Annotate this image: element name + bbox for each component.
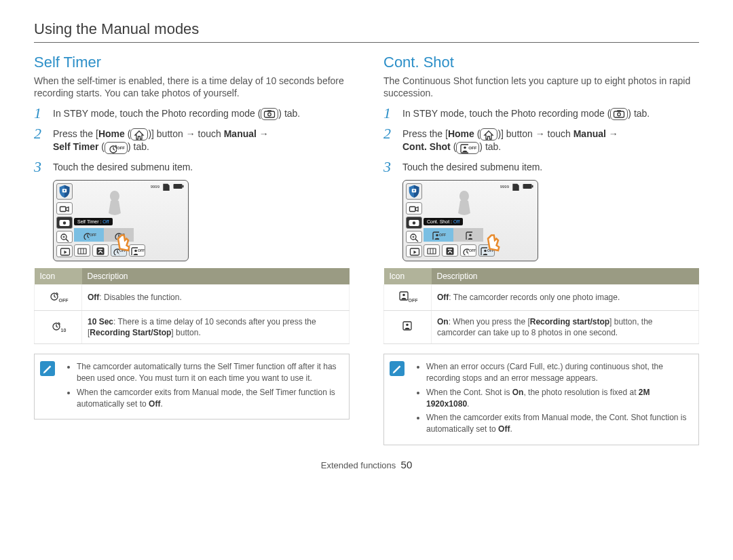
camera-mode-icon	[406, 217, 422, 229]
mode-badge-icon	[56, 183, 73, 200]
table-header-desc: Description	[82, 268, 350, 284]
status-bar: 9999	[151, 183, 184, 191]
divider	[34, 42, 699, 43]
step-number-3: 3	[34, 160, 46, 174]
bottom-toolbar: OFF OFF	[74, 244, 145, 257]
page-title: Using the Manual modes	[34, 20, 699, 38]
cont-shot-off-icon: OFF	[456, 142, 479, 154]
note-item: The camcorder automatically turns the Se…	[77, 361, 341, 384]
zoom-icon	[406, 231, 422, 243]
table-self-timer: Icon Description OFF Off: Disables the f…	[34, 268, 350, 345]
option-on	[453, 228, 483, 242]
step-2-text: Press the [Home ()] button → touch Manua…	[53, 126, 269, 154]
intro-cont-shot: The Continuous Shot function lets you ca…	[383, 75, 699, 99]
table-header-desc: Description	[432, 268, 699, 284]
timer-tab-icon: OFF	[460, 244, 476, 257]
option-off: OFF	[74, 228, 104, 242]
step-1-text: In STBY mode, touch the Photo recording …	[53, 106, 300, 120]
videocam-icon	[56, 202, 73, 214]
step-2-text: Press the [Home ()] button → touch Manua…	[402, 126, 618, 154]
note-item: When the camcorder exits from Manual mod…	[426, 412, 690, 435]
desc-cell-off: Off: Disables the function.	[82, 284, 350, 311]
screenshot-cont-shot: 9999 Cont. Shot : Off OFF	[402, 180, 538, 261]
screenshot-self-timer: 9999 Self Timer : Off OFF 10	[53, 180, 189, 261]
option-bar: OFF	[424, 228, 483, 242]
videocam-icon	[406, 202, 422, 214]
silhouette-icon	[451, 187, 478, 218]
note-self-timer: The camcorder automatically turns the Se…	[34, 354, 350, 419]
setting-label: Self Timer : Off	[74, 218, 113, 225]
camera-icon	[610, 108, 628, 120]
note-cont-shot: When an error occurs (Card Full, etc.) d…	[383, 354, 699, 445]
step-1-text: In STBY mode, touch the Photo recording …	[402, 106, 650, 120]
left-column: Self Timer When the self-timer is enable…	[34, 54, 350, 445]
step-3-text: Touch the desired submenu item.	[402, 160, 542, 174]
touch-hand-icon	[481, 234, 502, 254]
right-column: Cont. Shot The Continuous Shot function …	[383, 54, 699, 445]
page-number: 50	[401, 459, 413, 470]
desc-cell-off: Off: The camcorder records only one phot…	[432, 284, 699, 311]
svg-point-26	[63, 221, 66, 224]
table-row: OFF Off: The camcorder records only one …	[384, 284, 699, 311]
step-3-text: Touch the desired submenu item.	[53, 160, 193, 174]
page-footer: Extended functions 50	[34, 459, 699, 470]
zoom-icon	[56, 231, 73, 243]
exposure-icon	[92, 244, 109, 257]
icon-cell-off: OFF	[384, 284, 432, 311]
option-off: OFF	[424, 228, 453, 242]
playback-icon	[56, 245, 73, 257]
playback-icon	[406, 245, 422, 257]
silhouette-icon	[101, 187, 128, 218]
exposure-icon	[442, 244, 458, 257]
footer-section: Extended functions	[321, 460, 396, 470]
camera-icon	[261, 108, 278, 120]
table-header-icon: Icon	[384, 268, 432, 284]
table-cont-shot: Icon Description OFF Off: The camcorder …	[383, 268, 699, 345]
document-page: Using the Manual modes Self Timer When t…	[0, 0, 733, 477]
sd-icon	[511, 183, 521, 191]
section-title-self-timer: Self Timer	[34, 54, 350, 71]
table-header-icon: Icon	[35, 268, 82, 284]
desc-cell-10sec: 10 Sec: There is a time delay of 10 seco…	[82, 310, 350, 343]
step-number-2: 2	[34, 126, 46, 141]
table-row: On: When you press the [Recording start/…	[384, 310, 699, 343]
sd-icon	[162, 183, 171, 191]
icon-cell-10sec: 10	[35, 310, 82, 343]
steps-cont-shot: 1 In STBY mode, touch the Photo recordin…	[383, 106, 699, 174]
section-title-cont-shot: Cont. Shot	[383, 54, 699, 71]
steps-self-timer: 1 In STBY mode, touch the Photo recordin…	[34, 106, 350, 174]
setting-label: Cont. Shot : Off	[424, 218, 463, 225]
step-number-3: 3	[383, 160, 396, 174]
home-icon	[480, 128, 497, 141]
desc-cell-on: On: When you press the [Recording start/…	[432, 310, 699, 343]
note-icon	[390, 361, 405, 376]
touch-hand-icon	[111, 234, 132, 254]
mode-badge-icon	[406, 183, 422, 200]
side-toolbar	[406, 202, 422, 257]
camera-mode-icon	[56, 217, 73, 229]
icon-cell-off: OFF	[35, 284, 82, 311]
note-icon	[40, 361, 55, 376]
step-number-2: 2	[383, 126, 396, 141]
battery-icon	[173, 183, 184, 190]
note-item: When the camcorder exits from Manual mod…	[77, 387, 341, 410]
step-number-1: 1	[383, 106, 396, 121]
side-toolbar	[56, 202, 73, 257]
intro-self-timer: When the self-timer is enabled, there is…	[34, 75, 350, 99]
step-number-1: 1	[34, 106, 46, 121]
timer-off-icon: OFF	[105, 142, 128, 154]
svg-point-28	[413, 221, 415, 224]
status-bar: 9999	[500, 183, 533, 191]
home-icon	[130, 128, 148, 141]
table-row: OFF Off: Disables the function.	[35, 284, 350, 311]
grid-icon	[74, 244, 90, 257]
note-item: When an error occurs (Card Full, etc.) d…	[426, 361, 690, 384]
table-row: 10 10 Sec: There is a time delay of 10 s…	[35, 310, 350, 343]
note-item: When the Cont. Shot is On, the photo res…	[426, 387, 690, 410]
battery-icon	[523, 183, 533, 190]
grid-icon	[424, 244, 440, 257]
icon-cell-on	[384, 310, 432, 343]
